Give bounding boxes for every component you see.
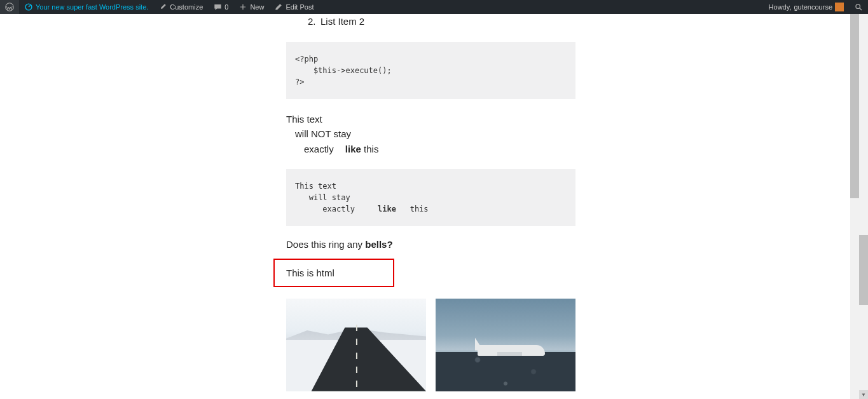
paragraph-not-preserved: This text will NOT stay exactly like thi… — [286, 112, 712, 156]
para-line-2: will NOT stay — [286, 126, 712, 141]
customize-label: Customize — [170, 3, 203, 11]
scroll-thumb[interactable] — [859, 235, 868, 305]
customize-link[interactable]: Customize — [153, 0, 208, 14]
comments-count: 0 — [224, 3, 228, 11]
code-block-preformatted: This text will stay exactly like this — [286, 169, 575, 226]
admin-bar-right: Howdy, gutencourse — [764, 0, 868, 14]
plus-icon — [238, 3, 247, 11]
edit-post-label: Edit Post — [286, 3, 313, 11]
wordpress-logo-icon — [5, 3, 14, 11]
ordered-list: 2. List Item 2 — [308, 14, 712, 29]
image-gallery — [286, 299, 575, 399]
html-block-text: This is html — [286, 267, 334, 278]
comment-icon — [213, 3, 222, 11]
new-label: New — [250, 3, 264, 11]
dashboard-icon — [24, 3, 33, 11]
page: 2. List Item 2 <?php $this->execute(); ?… — [0, 14, 850, 399]
pencil-icon — [274, 3, 283, 11]
admin-bar-left: Your new super fast WordPress site. Cust… — [0, 0, 319, 14]
svg-point-2 — [855, 4, 860, 8]
list-item-text: List Item 2 — [320, 14, 364, 29]
browser-scrollbar[interactable]: ▲ ▼ — [859, 0, 868, 399]
search-icon — [854, 3, 863, 11]
inner-scrollbar[interactable] — [850, 14, 859, 399]
howdy-prefix: Howdy, — [769, 3, 792, 11]
paintbrush-icon — [158, 3, 167, 11]
html-block-highlighted: This is html — [273, 259, 394, 287]
gallery-image-plane[interactable] — [436, 299, 575, 391]
avatar — [835, 3, 844, 11]
edit-post-link[interactable]: Edit Post — [269, 0, 319, 14]
comments-link[interactable]: 0 — [208, 0, 233, 14]
search-toggle[interactable] — [849, 0, 868, 14]
ring-sentence: Does this ring any bells? — [286, 239, 712, 250]
new-content-link[interactable]: New — [233, 0, 269, 14]
user-name: gutencourse — [794, 3, 832, 11]
list-number: 2. — [308, 14, 317, 29]
post-content: 2. List Item 2 <?php $this->execute(); ?… — [286, 14, 712, 399]
wp-admin-bar: Your new super fast WordPress site. Cust… — [0, 0, 868, 14]
gallery-image-road[interactable] — [286, 299, 426, 391]
para-line-3: exactly like this — [286, 142, 712, 156]
my-account[interactable]: Howdy, gutencourse — [764, 0, 849, 14]
scroll-down-arrow[interactable]: ▼ — [859, 390, 868, 399]
site-name-label: Your new super fast WordPress site. — [36, 3, 148, 11]
inner-scroll-thumb[interactable] — [850, 14, 859, 198]
site-name[interactable]: Your new super fast WordPress site. — [19, 0, 153, 14]
list-item: 2. List Item 2 — [308, 14, 712, 29]
code-block-php: <?php $this->execute(); ?> — [286, 42, 575, 99]
para-line-1: This text — [286, 112, 712, 126]
wp-logo[interactable] — [0, 0, 19, 14]
